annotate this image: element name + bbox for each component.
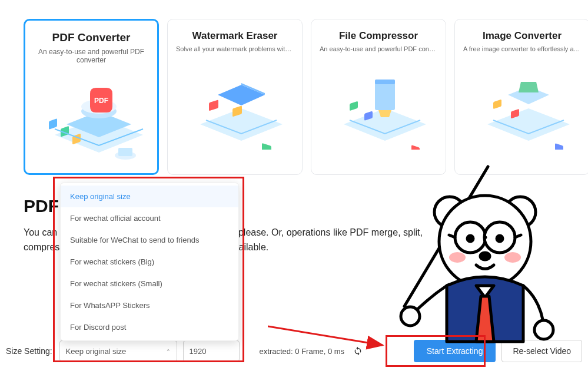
- svg-rect-23: [411, 145, 420, 150]
- start-extracting-button[interactable]: Start Extracting: [414, 340, 496, 362]
- refresh-button[interactable]: [353, 346, 363, 356]
- tool-cards-row: PDF Converter An easy-to-use and powerfu…: [0, 0, 588, 175]
- svg-point-45: [449, 252, 466, 263]
- size-setting-label: Size Setting:: [6, 346, 52, 356]
- dropdown-item[interactable]: For WhatsAPP Stickers: [61, 294, 238, 316]
- dropdown-item[interactable]: For wechat stickers (Big): [61, 251, 238, 273]
- width-input[interactable]: [183, 340, 240, 362]
- reselect-video-button[interactable]: Re-select Video: [501, 340, 582, 362]
- svg-rect-15: [209, 100, 218, 111]
- svg-rect-16: [262, 143, 271, 150]
- dropdown-item[interactable]: Suitable for WeChat to send to friends: [61, 229, 238, 251]
- card-subtitle: Solve all your watermark problems witho.…: [174, 45, 296, 52]
- card-pdf-converter[interactable]: PDF Converter An easy-to-use and powerfu…: [24, 19, 159, 175]
- card-subtitle: A free image converter to effortlessly a…: [461, 45, 583, 52]
- card-file-compressor[interactable]: File Compressor An easy-to-use and power…: [311, 19, 446, 175]
- card-title: File Compressor: [317, 30, 440, 42]
- size-select[interactable]: Keep original size ⌄: [59, 340, 177, 362]
- svg-point-48: [534, 320, 553, 339]
- card-illustration: [317, 58, 440, 150]
- card-image-converter[interactable]: Image Converter A free image converter t…: [454, 19, 588, 175]
- refresh-icon: [353, 346, 363, 356]
- svg-rect-5: [49, 118, 57, 130]
- extraction-status: extracted: 0 Frame, 0 ms: [260, 347, 345, 356]
- dropdown-item[interactable]: Keep original size: [61, 186, 238, 207]
- card-title: Watermark Eraser: [174, 30, 296, 42]
- svg-rect-20: [375, 80, 395, 84]
- svg-point-38: [484, 222, 515, 253]
- dropdown-item[interactable]: For wechat official account: [61, 207, 238, 229]
- dropdown-item[interactable]: For Discord post: [61, 316, 238, 338]
- svg-point-37: [455, 222, 486, 253]
- card-title: PDF Converter: [31, 31, 151, 44]
- svg-point-40: [467, 236, 473, 241]
- svg-marker-25: [487, 108, 570, 141]
- card-illustration: [461, 58, 583, 150]
- card-subtitle: An easy-to-use and powerful PDF converte…: [317, 45, 440, 52]
- svg-marker-27: [519, 82, 539, 92]
- svg-marker-13: [218, 85, 265, 105]
- dropdown-item[interactable]: For wechat stickers (Small): [61, 273, 238, 294]
- size-dropdown-menu: Keep original size For wechat official a…: [60, 183, 239, 341]
- svg-line-42: [449, 235, 455, 237]
- card-illustration: PDF: [31, 70, 151, 161]
- card-watermark-eraser[interactable]: Watermark Eraser Solve all your watermar…: [167, 19, 303, 175]
- chevron-up-icon: ⌄: [166, 348, 171, 355]
- svg-rect-22: [350, 101, 358, 111]
- card-illustration: [174, 58, 296, 150]
- size-select-value: Keep original size: [66, 347, 127, 356]
- bottom-toolbar: Size Setting: Keep original size ⌄ extra…: [6, 340, 582, 362]
- svg-point-46: [504, 252, 521, 263]
- svg-point-47: [401, 307, 420, 326]
- svg-point-44: [480, 253, 490, 260]
- card-subtitle: An easy-to-use and powerful PDF converte…: [31, 48, 151, 64]
- svg-text:PDF: PDF: [94, 97, 108, 105]
- card-title: Image Converter: [461, 30, 583, 42]
- svg-point-41: [497, 236, 503, 241]
- svg-rect-29: [555, 143, 563, 150]
- svg-rect-19: [375, 82, 395, 110]
- svg-line-43: [515, 235, 521, 237]
- svg-rect-28: [493, 100, 501, 110]
- svg-rect-11: [118, 148, 132, 156]
